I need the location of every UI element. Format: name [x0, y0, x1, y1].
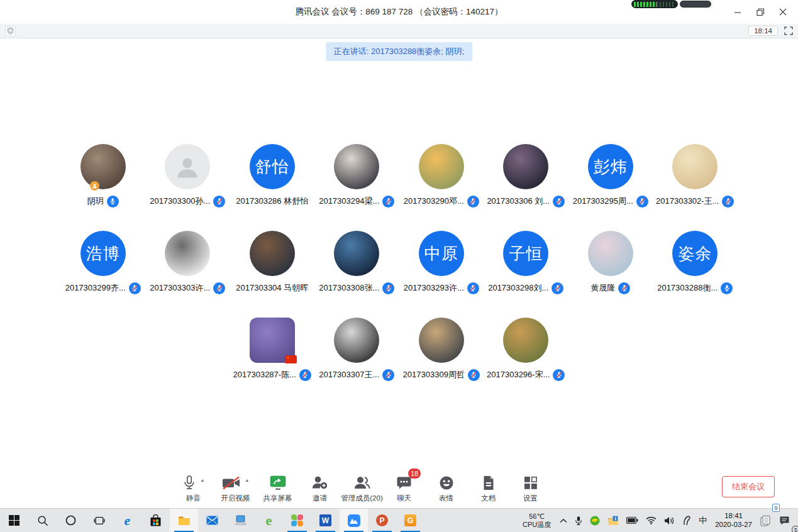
taskbar-cortana-icon[interactable] — [57, 509, 85, 532]
volume-meter-handle[interactable] — [680, 1, 711, 8]
participant-tile[interactable]: 姿余2017303288衡... — [653, 231, 738, 294]
participant-name: 2017303286 林舒怡 — [236, 196, 308, 207]
video-options-caret-icon[interactable]: ▲ — [245, 478, 250, 482]
share-icon — [270, 474, 286, 491]
participant-tile[interactable]: 2017303303许... — [145, 231, 230, 294]
participant-avatar: 子恒 — [503, 231, 548, 276]
participant-tile[interactable]: 2017303308张... — [314, 231, 399, 294]
tray-microphone-icon[interactable] — [571, 509, 586, 532]
meeting-toolbar: ▲静音▲开启视频共享屏幕邀请管理成员(20)18聊天表情文档设置 — [172, 474, 551, 503]
toolbar-mute-button[interactable]: ▲静音 — [172, 474, 214, 503]
members-icon — [354, 474, 370, 491]
participant-tile[interactable]: 黄晟隆 — [568, 231, 653, 294]
taskbar-start-icon[interactable] — [0, 509, 28, 532]
toolbar-settings-button[interactable]: 设置 — [509, 474, 551, 503]
toolbar-emoji-button[interactable]: 表情 — [425, 474, 467, 503]
avatar — [334, 318, 379, 363]
taskbar-edge-icon[interactable]: e — [113, 509, 141, 532]
participant-tile[interactable]: 2017303287-陈... — [230, 318, 315, 381]
participant-tile[interactable]: 2017303290邓... — [399, 144, 484, 208]
participant-tile[interactable]: 彭炜2017303295周... — [568, 144, 653, 208]
volume-meter-dim — [657, 2, 675, 7]
tray-folder-status-icon[interactable] — [604, 509, 623, 532]
taskbar-store-icon[interactable] — [141, 509, 170, 532]
close-icon[interactable] — [772, 0, 794, 24]
end-meeting-button[interactable]: 结束会议 — [722, 476, 775, 497]
taskbar-browser360-icon[interactable]: e — [255, 509, 283, 532]
ime-indicator[interactable]: 中 — [695, 509, 711, 532]
shield-icon[interactable] — [5, 26, 16, 36]
participant-tile[interactable]: 2017303306 刘... — [484, 144, 568, 208]
tray-wifi-icon[interactable] — [642, 509, 660, 532]
tray-power-icon[interactable] — [623, 509, 642, 532]
avatar: 彭炜 — [588, 144, 633, 189]
toolbar-video-button[interactable]: ▲开启视频 — [214, 474, 257, 503]
taskbar-taskview-icon[interactable] — [85, 509, 113, 532]
toolbar-docs-button[interactable]: 文档 — [467, 474, 509, 503]
avatar — [165, 231, 210, 276]
toolbar-invite-button[interactable]: 邀请 — [299, 474, 341, 503]
taskbar-clock[interactable]: 18:41 2020-03-27 — [711, 512, 756, 529]
taskbar-pdf-icon[interactable]: G — [396, 509, 424, 532]
participant-tile[interactable]: 2017303294梁... — [314, 144, 399, 208]
participant-tile[interactable]: 2017303302-王... — [653, 144, 738, 208]
tray-volume-icon[interactable] — [660, 509, 679, 532]
invite-label: 邀请 — [313, 494, 327, 503]
avatar: 浩博 — [80, 231, 126, 276]
fullscreen-icon[interactable] — [784, 26, 793, 35]
participant-name-row: 2017303294梁... — [319, 195, 394, 208]
chat-icon: 18 — [396, 474, 412, 491]
taskbar-fourleaf-icon[interactable] — [283, 509, 311, 532]
participant-tile[interactable]: 中原2017303293许... — [399, 231, 484, 294]
meeting-content: 正在讲话: 2017303288衡姿余; 阴玥; 阴玥2017303300孙..… — [0, 38, 798, 508]
emoji-label: 表情 — [439, 494, 453, 503]
minimize-button[interactable] — [726, 0, 749, 24]
taskbar-word-icon[interactable]: W — [311, 509, 340, 532]
taskbar-ppt-icon[interactable]: P — [368, 509, 396, 532]
participant-tile[interactable]: 舒怡2017303286 林舒怡 — [230, 144, 315, 208]
participant-tile[interactable]: 2017303304 马朝晖 — [230, 231, 315, 294]
participant-name: 2017303299齐... — [65, 282, 126, 294]
action-center-icon[interactable]: 5 — [775, 509, 794, 532]
participant-tile[interactable]: 阴玥 — [61, 144, 146, 208]
tray-360-safety-icon[interactable] — [586, 509, 604, 532]
avatar — [503, 144, 548, 189]
taskbar-meeting-icon[interactable] — [340, 509, 368, 532]
mute-options-caret-icon[interactable]: ▲ — [201, 478, 205, 482]
flag-badge-icon — [285, 355, 297, 363]
mic-active-icon — [107, 196, 119, 208]
taskbar-explorer-icon[interactable] — [170, 509, 198, 532]
cpu-temp-widget[interactable]: 56℃ CPU温度 — [518, 513, 556, 528]
participant-name-row: 2017303287-陈... — [233, 369, 311, 381]
docs-icon — [482, 474, 495, 491]
participant-tile[interactable]: 2017303307王... — [314, 318, 399, 381]
taskbar-pc-icon[interactable] — [226, 509, 255, 532]
cpu-temp-label: CPU温度 — [523, 521, 551, 529]
tray-notes-icon[interactable]: 9 — [756, 509, 775, 532]
participant-name-row: 2017303308张... — [319, 282, 394, 294]
taskbar-search-icon[interactable] — [28, 509, 57, 532]
participant-tile[interactable]: 2017303309周哲 — [399, 318, 484, 381]
members-label: 管理成员(20) — [341, 494, 382, 503]
emoji-icon — [439, 474, 454, 491]
participant-name: 2017303309周哲 — [403, 369, 465, 380]
participant-tile[interactable]: 浩博2017303299齐... — [61, 231, 146, 294]
toolbar-members-button[interactable]: 管理成员(20) — [341, 474, 383, 503]
participant-name: 2017303293许... — [404, 282, 464, 294]
participant-avatar — [165, 144, 210, 189]
participant-name: 黄晟隆 — [590, 282, 615, 294]
restore-button[interactable] — [749, 0, 772, 24]
mic-muted-icon — [467, 282, 479, 294]
participant-name: 2017303295周... — [573, 196, 633, 207]
title-bar: 腾讯会议 会议号：869 187 728 （会议密码：140217） — [0, 0, 798, 24]
hidden-icons-chevron-icon[interactable] — [556, 509, 571, 532]
participant-name: 2017303296-宋... — [487, 369, 550, 380]
tray-windows-ink-icon[interactable] — [679, 509, 695, 532]
participant-tile[interactable]: 子恒2017303298刘... — [484, 231, 568, 294]
participant-tile[interactable]: 2017303296-宋... — [484, 318, 568, 381]
window-title: 腾讯会议 会议号：869 187 728 （会议密码：140217） — [295, 6, 502, 18]
taskbar-mail-icon[interactable] — [198, 509, 226, 532]
participant-tile[interactable]: 2017303300孙... — [145, 144, 230, 208]
toolbar-chat-button[interactable]: 18聊天 — [383, 474, 425, 503]
toolbar-share-button[interactable]: 共享屏幕 — [257, 474, 299, 503]
